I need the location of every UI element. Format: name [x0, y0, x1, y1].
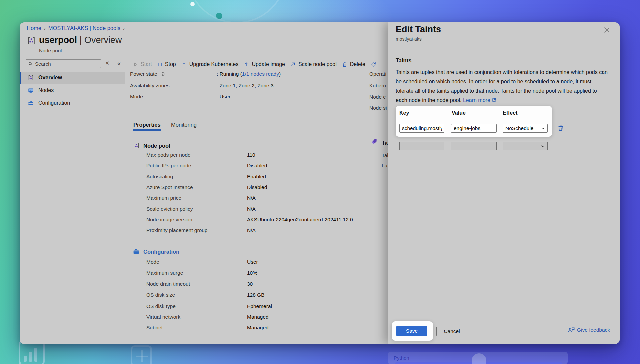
tags-icon — [371, 138, 378, 145]
toolbox-icon — [28, 100, 34, 106]
more-menu-button[interactable]: ··· — [116, 38, 123, 45]
background-dot — [190, 2, 195, 6]
give-feedback-link[interactable]: Give feedback — [568, 326, 610, 334]
edit-taints-panel: Edit Taints mostlyai-aks Taints Taints a… — [388, 22, 620, 344]
taint-value-input-empty[interactable] — [451, 142, 497, 150]
property-row: OS disk size128 GB — [146, 292, 175, 299]
sidebar-collapse-button[interactable]: « — [117, 60, 121, 67]
background-plus-icon — [131, 345, 152, 364]
stop-button[interactable]: Stop — [157, 61, 176, 67]
table-row-divider — [396, 153, 604, 153]
property-row: Azure Spot InstanceDisabled — [146, 184, 193, 191]
chevron-down-icon — [541, 126, 545, 131]
cancel-button[interactable]: Cancel — [436, 327, 467, 336]
power-state-label: Power state — [130, 71, 157, 77]
feedback-icon — [568, 326, 575, 334]
essentials-row: Availability zones : Zone 1, Zone 2, Zon… — [130, 83, 170, 89]
autoscaling-enabled-link[interactable]: Enabled — [247, 174, 266, 180]
property-row: Maximum surge10% — [146, 270, 183, 277]
breadcrumb: Home›MOSTLYAI-AKS | Node pools› — [27, 25, 127, 31]
panel-title: Edit Taints — [396, 24, 441, 35]
tab-monitoring[interactable]: Monitoring — [171, 122, 197, 128]
power-state-value: : Running (1/1 nodes ready) — [217, 71, 281, 77]
toolbox-icon — [133, 248, 140, 255]
sidebar-item-overview[interactable]: Overview — [20, 72, 125, 84]
property-row: Proximity placement groupN/A — [146, 227, 208, 234]
taint-key-input-empty[interactable] — [399, 142, 444, 150]
sidebar-item-label: Configuration — [38, 100, 70, 106]
breadcrumb-node-pools[interactable]: MOSTLYAI-AKS | Node pools — [48, 25, 120, 31]
taint-effect-select-empty[interactable] — [503, 142, 548, 150]
breadcrumb-chevron-icon: › — [41, 26, 48, 31]
truncated-label: La — [382, 163, 387, 169]
desktop: { "window": { "breadcrumb": { "items": [… — [0, 0, 640, 364]
monitor-icon — [28, 87, 34, 94]
property-row: Node image versionAKSUbuntu-2204gen2cont… — [146, 217, 192, 223]
truncated-label: Node si — [369, 105, 387, 111]
info-icon[interactable] — [160, 72, 165, 76]
taint-value-input[interactable] — [451, 124, 497, 133]
background-dot — [216, 13, 222, 19]
tab-properties[interactable]: Properties — [133, 122, 161, 128]
configuration-section-title: Configuration — [143, 249, 179, 255]
save-button[interactable]: Save — [396, 326, 427, 336]
truncated-label: Kubern — [369, 83, 386, 89]
close-icon[interactable] — [603, 26, 610, 34]
command-bar: Start Stop Upgrade Kubernetes Update ima… — [133, 59, 377, 69]
property-row: Scale eviction policyN/A — [146, 206, 193, 213]
arrow-diagonal-icon — [290, 61, 296, 67]
delete-taint-button[interactable] — [557, 124, 564, 132]
breadcrumb-home[interactable]: Home — [27, 25, 41, 31]
property-row: SubnetManaged — [146, 325, 163, 331]
stop-icon — [157, 62, 163, 67]
learn-more-link[interactable]: Learn more — [463, 97, 490, 103]
node-pool-icon — [133, 142, 140, 149]
panel-subtitle: mostlyai-aks — [396, 36, 422, 42]
property-row: Max pods per node110 — [146, 152, 191, 159]
taints-table-highlight-card: Key Value Effect NoSchedule — [396, 106, 552, 137]
scale-node-pool-button[interactable]: Scale node pool — [290, 61, 337, 67]
tags-section-title-truncated: Ta — [382, 140, 388, 146]
chevron-down-icon — [541, 144, 545, 148]
node-pool-icon — [27, 36, 36, 45]
property-row: ModeUser — [146, 259, 159, 266]
property-row: Public IPs per nodeDisabled — [146, 163, 191, 169]
essentials-row: Power state : Running (1/1 nodes ready) — [130, 71, 165, 78]
sidebar-item-nodes[interactable]: Nodes — [20, 84, 125, 96]
truncated-label: Operati — [369, 71, 386, 77]
property-row: AutoscalingEnabled — [146, 174, 173, 180]
taints-description: Taints are tuples that are used in conju… — [396, 68, 610, 105]
property-row: OS disk typeEphemeral — [146, 303, 176, 310]
table-row-divider — [396, 121, 552, 121]
refresh-button[interactable] — [370, 61, 377, 68]
property-row: Node drain timeout30 — [146, 281, 190, 288]
node-pool-section-title: Node pool — [143, 143, 170, 149]
column-header-effect: Effect — [503, 110, 517, 116]
search-input[interactable] — [35, 61, 95, 67]
delete-button[interactable]: Delete — [342, 61, 365, 67]
taint-key-input[interactable] — [399, 124, 444, 133]
start-button[interactable]: Start — [133, 61, 152, 67]
node-pool-icon — [28, 75, 34, 81]
external-link-icon — [492, 98, 496, 102]
property-row: Maximum priceN/A — [146, 195, 181, 202]
refresh-icon — [370, 61, 377, 68]
arrow-up-icon — [181, 61, 187, 67]
taint-effect-select[interactable]: NoSchedule — [503, 124, 548, 133]
page-subtitle: Node pool — [39, 48, 62, 53]
sidebar-item-configuration[interactable]: Configuration — [20, 97, 125, 109]
azure-portal-window: Home›MOSTLYAI-AKS | Node pools› userpool… — [20, 22, 620, 344]
trash-icon — [342, 61, 348, 67]
nodes-ready-link[interactable]: 1/1 nodes ready — [242, 71, 279, 77]
taints-heading: Taints — [396, 57, 411, 64]
sidebar-search[interactable] — [26, 59, 101, 68]
essentials-row: Mode : User — [130, 94, 143, 100]
upgrade-kubernetes-button[interactable]: Upgrade Kubernetes — [181, 61, 239, 67]
sidebar-item-label: Overview — [38, 75, 62, 81]
table-row-divider — [552, 121, 604, 121]
breadcrumb-chevron-icon: › — [120, 26, 127, 31]
update-image-button[interactable]: Update image — [243, 61, 285, 67]
truncated-label: Node c — [369, 94, 386, 100]
search-dismiss-button[interactable]: ✕ — [105, 60, 109, 66]
sidebar-item-label: Nodes — [38, 87, 54, 93]
